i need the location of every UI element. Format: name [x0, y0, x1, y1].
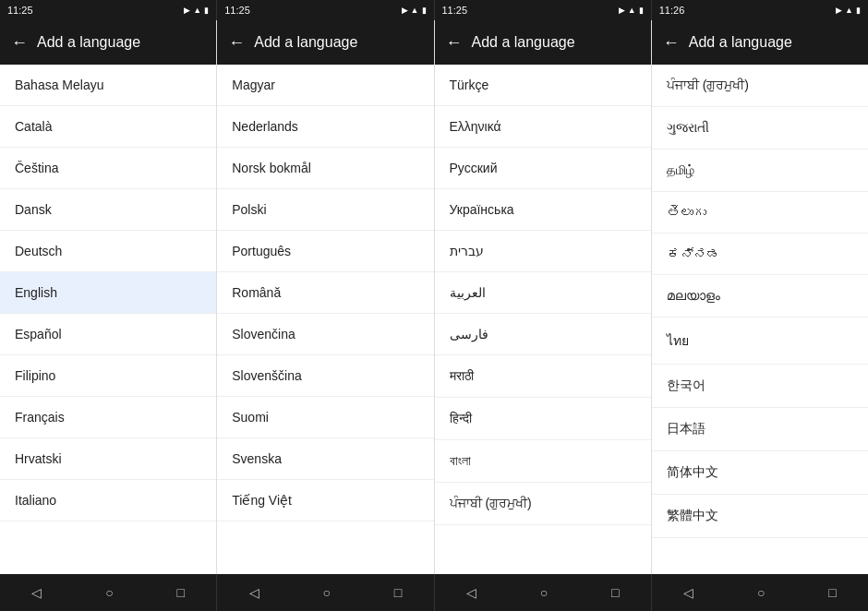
status-icon-0-2: ▮ [204, 6, 209, 15]
lang-item-2-9[interactable]: বাংলা [435, 440, 651, 483]
lang-item-3-4[interactable]: ಕನ್ನಡ [652, 234, 868, 275]
recent-btn-3[interactable]: □ [828, 585, 836, 600]
panel-header-3: ←Add a language [652, 20, 868, 65]
status-bar-row: 11:25▶▲▮11:25▶▲▮11:25▶▲▮11:26▶▲▮ [0, 0, 868, 20]
status-time-0: 11:25 [7, 5, 33, 16]
status-icon-3-0: ▶ [836, 6, 842, 15]
nav-bar-row: ◁○□◁○□◁○□◁○□ [0, 574, 868, 611]
lang-item-1-2[interactable]: Norsk bokmål [217, 148, 433, 189]
back-arrow-1[interactable]: ← [228, 33, 245, 53]
recent-btn-2[interactable]: □ [611, 585, 619, 600]
back-arrow-3[interactable]: ← [663, 33, 680, 53]
lang-item-2-5[interactable]: العربية [435, 272, 651, 314]
lang-item-0-2[interactable]: Čeština [0, 148, 216, 189]
lang-item-1-10[interactable]: Tiếng Việt [217, 480, 433, 521]
lang-item-3-8[interactable]: 日本語 [652, 408, 868, 451]
lang-item-3-3[interactable]: తెలుగు [652, 192, 868, 234]
status-bar-2: 11:25▶▲▮ [435, 0, 652, 20]
lang-item-3-5[interactable]: മലയാളം [652, 275, 868, 317]
lang-item-3-7[interactable]: 한국어 [652, 365, 868, 408]
status-icon-0-0: ▶ [184, 6, 190, 15]
panel-title-1: Add a language [254, 34, 357, 51]
back-btn-0[interactable]: ◁ [31, 585, 42, 600]
status-icon-3-1: ▲ [845, 6, 853, 15]
lang-item-2-1[interactable]: Ελληνικά [435, 106, 651, 148]
lang-list-3: ਪੰਜਾਬੀ (ਗੁਰਮੁਖੀ)ગુજરાતીதமிழ்తెలుగుಕನ್ನಡമ… [652, 65, 868, 574]
home-btn-0[interactable]: ○ [105, 585, 113, 600]
lang-item-1-4[interactable]: Português [217, 231, 433, 272]
home-btn-2[interactable]: ○ [540, 585, 548, 600]
lang-item-1-5[interactable]: Română [217, 272, 433, 314]
status-icons-2: ▶▲▮ [619, 6, 644, 15]
lang-item-0-4[interactable]: Deutsch [0, 231, 216, 272]
panel-0: ←Add a languageBahasa MelayuCatalàČeštin… [0, 20, 217, 574]
status-time-2: 11:25 [442, 5, 468, 16]
lang-item-1-9[interactable]: Svenska [217, 438, 433, 480]
status-icon-2-2: ▮ [639, 6, 644, 15]
lang-item-0-5[interactable]: English [0, 272, 216, 314]
status-icon-0-1: ▲ [193, 6, 201, 15]
lang-item-2-10[interactable]: ਪੰਜਾਬੀ (ਗੁਰਮੁਖੀ) [435, 483, 651, 525]
lang-item-2-0[interactable]: Türkçe [435, 65, 651, 106]
status-icon-2-1: ▲ [628, 6, 636, 15]
lang-item-3-10[interactable]: 繁體中文 [652, 495, 868, 538]
back-btn-3[interactable]: ◁ [683, 585, 693, 600]
status-icon-1-1: ▲ [411, 6, 419, 15]
lang-item-2-3[interactable]: Українська [435, 189, 651, 231]
lang-item-0-10[interactable]: Italiano [0, 480, 216, 521]
panel-title-0: Add a language [37, 34, 140, 51]
lang-item-0-1[interactable]: Català [0, 106, 216, 148]
lang-item-3-9[interactable]: 简体中文 [652, 451, 868, 495]
lang-item-0-8[interactable]: Français [0, 397, 216, 438]
lang-item-0-6[interactable]: Español [0, 314, 216, 355]
panels-row: ←Add a languageBahasa MelayuCatalàČeštin… [0, 20, 868, 574]
nav-bar-2: ◁○□ [435, 574, 652, 611]
home-btn-1[interactable]: ○ [322, 585, 330, 600]
home-btn-3[interactable]: ○ [757, 585, 765, 600]
lang-item-2-4[interactable]: עברית [435, 231, 651, 272]
lang-item-2-8[interactable]: हिन्दी [435, 398, 651, 440]
lang-item-0-0[interactable]: Bahasa Melayu [0, 65, 216, 106]
lang-item-2-2[interactable]: Русский [435, 148, 651, 189]
nav-bar-3: ◁○□ [652, 574, 868, 611]
nav-bar-1: ◁○□ [217, 574, 434, 611]
lang-item-1-8[interactable]: Suomi [217, 397, 433, 438]
lang-item-1-1[interactable]: Nederlands [217, 106, 433, 148]
back-arrow-0[interactable]: ← [11, 33, 28, 53]
lang-item-1-6[interactable]: Slovenčina [217, 314, 433, 355]
lang-item-1-0[interactable]: Magyar [217, 65, 433, 106]
lang-item-2-7[interactable]: मराठी [435, 355, 651, 398]
back-btn-2[interactable]: ◁ [466, 585, 476, 600]
status-time-3: 11:26 [659, 5, 685, 16]
lang-item-2-6[interactable]: فارسی [435, 314, 651, 355]
status-icons-3: ▶▲▮ [836, 6, 861, 15]
panel-header-1: ←Add a language [217, 20, 433, 65]
recent-btn-0[interactable]: □ [176, 585, 184, 600]
lang-list-0: Bahasa MelayuCatalàČeštinaDanskDeutschEn… [0, 65, 216, 574]
panel-header-0: ←Add a language [0, 20, 216, 65]
lang-item-0-3[interactable]: Dansk [0, 189, 216, 231]
lang-item-3-6[interactable]: ไทย [652, 317, 868, 365]
lang-item-0-7[interactable]: Filipino [0, 355, 216, 397]
back-arrow-2[interactable]: ← [446, 33, 463, 53]
status-icons-0: ▶▲▮ [184, 6, 209, 15]
status-icon-1-2: ▮ [422, 6, 427, 15]
panel-title-2: Add a language [472, 34, 575, 51]
lang-item-1-3[interactable]: Polski [217, 189, 433, 231]
lang-item-3-2[interactable]: தமிழ் [652, 150, 868, 192]
panel-2: ←Add a languageTürkçeΕλληνικάРусскийУкра… [435, 20, 652, 574]
lang-item-3-0[interactable]: ਪੰਜਾਬੀ (ਗੁਰਮੁਖੀ) [652, 65, 868, 107]
status-icon-2-0: ▶ [619, 6, 625, 15]
lang-item-0-9[interactable]: Hrvatski [0, 438, 216, 480]
nav-bar-0: ◁○□ [0, 574, 217, 611]
lang-item-3-1[interactable]: ગુજરાતી [652, 107, 868, 150]
back-btn-1[interactable]: ◁ [249, 585, 259, 600]
recent-btn-1[interactable]: □ [394, 585, 402, 600]
lang-list-1: MagyarNederlandsNorsk bokmålPolskiPortug… [217, 65, 433, 574]
lang-item-1-7[interactable]: Slovenščina [217, 355, 433, 397]
status-bar-0: 11:25▶▲▮ [0, 0, 217, 20]
status-time-1: 11:25 [224, 5, 250, 16]
status-icon-3-2: ▮ [856, 6, 861, 15]
status-icon-1-0: ▶ [402, 6, 408, 15]
panel-header-2: ←Add a language [435, 20, 651, 65]
